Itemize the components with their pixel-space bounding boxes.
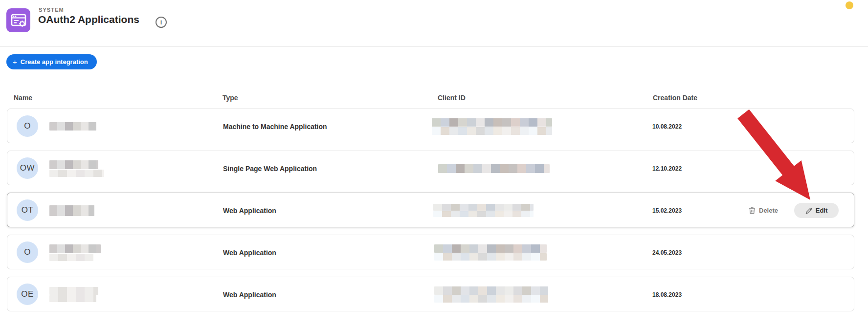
app-name-redacted — [49, 235, 101, 270]
app-type: Machine to Machine Application — [223, 109, 327, 144]
delete-button[interactable]: Delete — [749, 203, 778, 218]
table-row[interactable]: O Machine to Machine Application 10.08.2… — [7, 109, 854, 143]
client-id-redacted — [432, 109, 552, 144]
browser-gear-icon — [6, 8, 30, 32]
delete-button-label: Delete — [759, 207, 778, 214]
table-row[interactable]: OE Web Application 18.08.2023 — [7, 277, 854, 311]
app-name-redacted — [49, 109, 96, 144]
avatar: OW — [17, 157, 38, 179]
table-row[interactable]: OW Single Page Web Application 12.10.202… — [7, 151, 854, 185]
column-header-type: Type — [223, 94, 238, 102]
creation-date: 12.10.2022 — [652, 151, 682, 186]
avatar: OE — [17, 284, 38, 305]
column-header-name: Name — [14, 94, 32, 102]
table-row[interactable]: O Web Application 24.05.2023 — [7, 235, 854, 269]
app-type: Web Application — [223, 235, 276, 270]
creation-date: 10.08.2022 — [652, 109, 682, 144]
create-button-label: Create app integration — [21, 58, 88, 66]
app-name-redacted — [49, 151, 104, 186]
status-dot — [846, 1, 853, 9]
avatar: O — [17, 241, 38, 263]
creation-date: 15.02.2023 — [652, 193, 682, 228]
toolbar-divider — [0, 77, 868, 77]
creation-date: 24.05.2023 — [652, 235, 682, 270]
trash-icon — [749, 207, 756, 214]
pencil-icon — [805, 207, 812, 214]
app-type: Web Application — [223, 193, 276, 228]
create-app-integration-button[interactable]: + Create app integration — [6, 54, 97, 69]
oauth2-applications-page: SYSTEM OAuth2 Applications i + Create ap… — [0, 0, 868, 328]
app-name-redacted — [49, 193, 94, 228]
app-name-redacted — [49, 277, 98, 312]
edit-button-label: Edit — [816, 207, 828, 214]
client-id-redacted — [438, 151, 550, 186]
column-header-client-id: Client ID — [438, 94, 466, 102]
plus-icon: + — [13, 58, 17, 66]
info-circle-icon[interactable]: i — [156, 17, 167, 28]
app-type: Single Page Web Application — [223, 151, 317, 186]
column-header-creation-date: Creation Date — [653, 94, 697, 102]
edit-button[interactable]: Edit — [794, 203, 839, 218]
header-divider — [0, 46, 868, 47]
avatar: O — [17, 115, 38, 137]
creation-date: 18.08.2023 — [652, 277, 682, 312]
client-id-redacted — [433, 193, 534, 228]
client-id-redacted — [434, 277, 548, 312]
avatar: OT — [17, 199, 38, 221]
app-type: Web Application — [223, 277, 276, 312]
page-title: OAuth2 Applications — [38, 14, 139, 25]
table-row[interactable]: OT Web Application 15.02.2023 Delete — [7, 193, 854, 227]
category-label: SYSTEM — [39, 7, 64, 13]
client-id-redacted — [434, 235, 547, 270]
